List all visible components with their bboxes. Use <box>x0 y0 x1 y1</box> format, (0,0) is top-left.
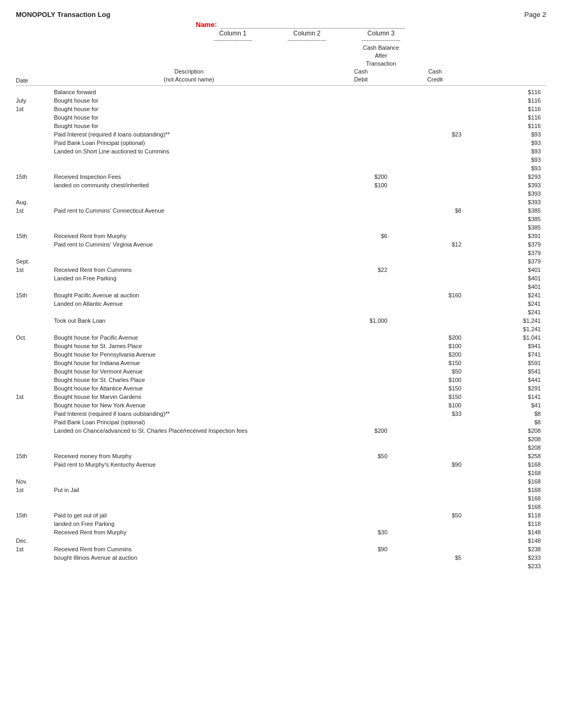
row-credit: $90 <box>398 460 472 469</box>
row-credit: $12 <box>398 240 472 249</box>
row-date: 1st <box>16 105 54 113</box>
row-balance: $741 <box>472 350 546 359</box>
row-balance: $93 <box>472 139 546 147</box>
table-row: Landed on Free Parking$401 <box>16 274 546 283</box>
table-row: 15thReceived Rent from Murphy$6$391 <box>16 232 546 240</box>
row-balance: $148 <box>472 528 546 536</box>
row-balance: $168 <box>472 460 546 469</box>
cash-credit-header: CashCredit <box>398 68 472 84</box>
col3-header: Column 3 <box>344 30 418 37</box>
row-date: 15th <box>16 172 54 181</box>
row-desc: Received Inspection Fees <box>54 172 324 181</box>
row-desc: Landed on Short Line auctioned to Cummin… <box>54 147 324 156</box>
dashes2: ---------------------- <box>270 37 344 43</box>
table-row: $1,241 <box>16 325 546 333</box>
row-credit: $200 <box>398 333 472 342</box>
table-row: $168 <box>16 494 546 503</box>
row-balance: $116 <box>472 105 546 113</box>
row-desc: Paid rent to Cummins' Connecticut Avenue <box>54 206 324 215</box>
row-date: 1st <box>16 545 54 553</box>
row-balance: $401 <box>472 266 546 274</box>
row-desc: Received Rent from Murphy <box>54 528 324 536</box>
table-row: 15thReceived Inspection Fees$200$293 <box>16 172 546 181</box>
table-row: Sept.$379 <box>16 257 546 266</box>
cash-debit-header: CashDebit <box>324 68 398 84</box>
table-row: 15thReceived money from Murphy$50$258 <box>16 452 546 460</box>
row-balance: $116 <box>472 113 546 122</box>
row-balance: $168 <box>472 477 546 486</box>
row-balance: $93 <box>472 147 546 156</box>
row-balance: $168 <box>472 494 546 503</box>
row-date: Dec. <box>16 536 54 545</box>
row-credit: $100 <box>398 376 472 384</box>
row-balance: $241 <box>472 291 546 299</box>
row-balance: $1,241 <box>472 325 546 333</box>
row-credit: $200 <box>398 350 472 359</box>
table-row: Nov.$168 <box>16 477 546 486</box>
row-desc: landed on Free Parking <box>54 520 324 528</box>
row-desc: Bought house for <box>54 105 324 113</box>
table-row: Bought house for St. Charles Place$100$4… <box>16 376 546 384</box>
row-balance: $401 <box>472 283 546 291</box>
name-input-line[interactable] <box>220 21 405 29</box>
row-debit: $90 <box>324 545 398 553</box>
cash-balance-header: Cash Balance After Transaction <box>16 44 546 68</box>
row-date: 15th <box>16 291 54 299</box>
table-row: Oct.Bought house for Pacific Avenue$200$… <box>16 333 546 342</box>
table-row: Landed on Atlantic Avenue$241 <box>16 299 546 308</box>
table-row: Bought house for St. James Place$100$941 <box>16 342 546 350</box>
table-row: Bought house for Indiana Avenue$150$591 <box>16 359 546 367</box>
table-row: Bought house for$116 <box>16 113 546 122</box>
row-desc: Paid to get out of jail <box>54 511 324 520</box>
row-balance: $379 <box>472 257 546 266</box>
transaction-table: Balance forward$116JulyBought house for$… <box>16 88 546 570</box>
row-balance: $241 <box>472 308 546 316</box>
table-row: Paid Interest (required if loans outstan… <box>16 130 546 139</box>
table-row: $393 <box>16 189 546 198</box>
page-number: Page 2 <box>524 11 546 19</box>
row-balance: $385 <box>472 215 546 223</box>
dashes3: ---------------------- <box>344 37 418 43</box>
row-balance: $93 <box>472 130 546 139</box>
row-balance: $393 <box>472 181 546 189</box>
dashes-row: ---------------------- -----------------… <box>16 37 546 43</box>
row-balance: $541 <box>472 367 546 376</box>
row-balance: $116 <box>472 88 546 96</box>
row-balance: $391 <box>472 232 546 240</box>
table-row: $385 <box>16 215 546 223</box>
table-row: landed on community chest/inherited$100$… <box>16 181 546 189</box>
table-row: $401 <box>16 283 546 291</box>
row-credit: $50 <box>398 367 472 376</box>
row-balance: $291 <box>472 384 546 393</box>
row-desc: Received money from Murphy <box>54 452 324 460</box>
table-row: Received Rent from Murphy$30$148 <box>16 528 546 536</box>
row-debit: $6 <box>324 232 398 240</box>
row-credit: $150 <box>398 359 472 367</box>
row-desc: Bought house for St. James Place <box>54 342 324 350</box>
table-row: Paid Bank Loan Principal (optional)$8 <box>16 418 546 426</box>
table-row: $208 <box>16 435 546 443</box>
row-debit: $30 <box>324 528 398 536</box>
row-balance: $385 <box>472 206 546 215</box>
table-row: $168 <box>16 469 546 477</box>
row-desc: Took out Bank Loan <box>54 316 324 325</box>
table-row: 1stReceived Rent from Cummins$22$401 <box>16 266 546 274</box>
page-title: MONOPOLY Transaction Log <box>16 11 110 19</box>
row-balance: $393 <box>472 189 546 198</box>
row-desc: Landed on Chance/advanced to St. Charles… <box>54 426 324 435</box>
table-row: landed on Free Parking$118 <box>16 520 546 528</box>
row-date: Sept. <box>16 257 54 266</box>
row-balance: $141 <box>472 393 546 401</box>
row-desc: bought Illinois Avenue at auction <box>54 553 324 562</box>
table-row: Paid Interest (required if loans outstan… <box>16 410 546 418</box>
row-balance: $118 <box>472 511 546 520</box>
row-balance: $168 <box>472 486 546 494</box>
table-row: Balance forward$116 <box>16 88 546 96</box>
row-desc: Landed on Free Parking <box>54 274 324 283</box>
table-row: $233 <box>16 562 546 570</box>
row-date: Nov. <box>16 477 54 486</box>
table-row: 15thBought Pacific Avenue at auction$160… <box>16 291 546 299</box>
col2-header: Column 2 <box>270 30 344 37</box>
table-row: $241 <box>16 308 546 316</box>
row-balance: $208 <box>472 435 546 443</box>
